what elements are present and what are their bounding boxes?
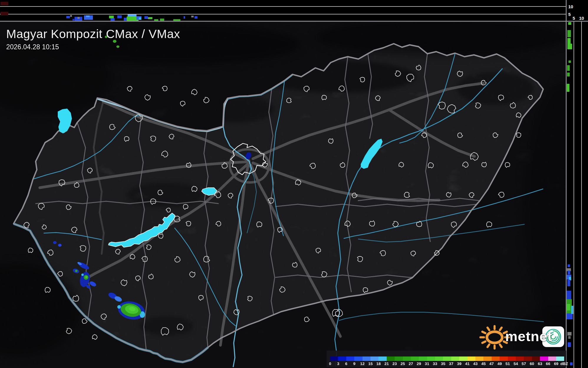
legend-chip: 23 [395, 356, 403, 361]
legend-value: 45 [481, 362, 486, 366]
legend-value: 63 [538, 362, 542, 366]
legend-value: 39 [457, 362, 462, 366]
legend-value: 47 [489, 362, 494, 366]
right-profile-echo [567, 280, 570, 286]
dbz-color-scale: 0369121518212325272931333537394143454749… [330, 356, 564, 361]
radar-echo [53, 241, 57, 244]
right-profile-echo [569, 60, 571, 63]
legend-value: 12 [360, 362, 365, 366]
legend-unit: dBZ [560, 362, 568, 366]
right-profile-echo [567, 332, 571, 336]
top-profile-echo [70, 15, 72, 17]
right-profile-axis-label-5: 5 [573, 16, 575, 21]
top-profile-echo [195, 16, 197, 19]
right-profile-echo [567, 304, 570, 310]
top-profile-echo [144, 16, 148, 19]
legend-chip: 35 [443, 356, 451, 361]
legend-value: 3 [337, 362, 340, 366]
right-profile-echo [571, 306, 573, 314]
legend-value: 35 [441, 362, 445, 366]
legend-chip: 27 [411, 356, 419, 361]
radar-composite-page: { "header": { "title": "Magyar Kompozit … [0, 0, 588, 368]
top-profile-echo [1, 2, 8, 5]
top-profile-strip [0, 0, 566, 21]
timestamp: 2026.04.28 10:15 [6, 43, 59, 51]
right-profile-axis-label-10: 10 [579, 16, 584, 21]
legend-value: 60 [530, 362, 534, 366]
legend-chip: 39 [459, 356, 467, 361]
legend-chip: 18 [378, 356, 386, 361]
legend-value: 51 [505, 362, 510, 366]
legend-chip: 41 [467, 356, 475, 361]
legend-value: 9 [353, 362, 355, 366]
legend-value: 57 [522, 362, 526, 366]
legend-chip: 21 [387, 356, 395, 361]
right-profile-echo [567, 30, 571, 37]
top-profile-echo [117, 15, 122, 18]
legend-value: 15 [368, 362, 373, 366]
top-profile-echo [78, 17, 80, 19]
legend-chip: 31 [427, 356, 435, 361]
legend-value: 31 [425, 362, 429, 366]
legend-chip: 6 [346, 356, 354, 361]
legend-chip: 25 [403, 356, 411, 361]
right-profile-echo [568, 336, 571, 339]
legend-value: 37 [449, 362, 453, 366]
legend-chip: 37 [451, 356, 459, 361]
legend-chip: 69 [556, 356, 564, 361]
legend-value: 69 [554, 362, 558, 366]
legend-chip: 0 [330, 356, 338, 361]
legend-value: 54 [513, 362, 518, 366]
right-profile-echo [570, 362, 573, 365]
legend-chip: 15 [370, 356, 378, 361]
legend-chip: 12 [363, 356, 370, 361]
right-profile-echo [567, 44, 572, 49]
radar-echo [58, 244, 62, 247]
top-profile-echo [149, 17, 152, 19]
right-profile-strip [566, 0, 588, 368]
legend-value: 18 [376, 362, 381, 366]
top-profile-echo [128, 14, 136, 17]
right-profile-echo [567, 38, 571, 44]
top-profile-echo [109, 16, 114, 18]
right-profile-echo [567, 84, 569, 92]
legend-value: 23 [393, 362, 397, 366]
legend-chip: 33 [435, 356, 443, 361]
legend-value: 49 [498, 362, 502, 366]
top-profile-echo [86, 15, 90, 17]
right-profile-echo [568, 271, 570, 274]
legend-value: 27 [409, 362, 413, 366]
legend-value: 33 [433, 362, 437, 366]
legend-chip: 51 [508, 356, 516, 361]
dbz-legend: 0369121518212325272931333537394143454749… [327, 351, 566, 367]
top-profile-echo [139, 17, 141, 20]
right-profile-echo [568, 342, 571, 347]
legend-value: 6 [345, 362, 347, 366]
legend-value: 21 [384, 362, 389, 366]
legend-chip: 63 [540, 356, 548, 361]
legend-chip: 57 [524, 356, 532, 361]
page-title: Magyar Kompozit CMax / VMax [6, 27, 180, 41]
legend-chip: 45 [483, 356, 491, 361]
legend-value: 66 [546, 362, 550, 366]
metnet-logo: metnet [481, 323, 566, 348]
legend-chip: 54 [516, 356, 524, 361]
top-profile-axis-label-10: 10 [568, 4, 573, 9]
legend-chip: 49 [500, 356, 508, 361]
top-profile-echo [160, 19, 164, 21]
right-profile-echo [566, 291, 571, 300]
radar-echo [81, 274, 84, 276]
legend-chip: 47 [492, 356, 500, 361]
right-profile-echo [567, 65, 570, 71]
radar-map: 10 5 5 10 [0, 0, 588, 368]
radar-echo [117, 305, 121, 309]
top-profile-echo [184, 16, 185, 19]
legend-value: 25 [401, 362, 405, 366]
legend-value: 41 [465, 362, 470, 366]
top-profile-echo [191, 16, 194, 17]
legend-value: 43 [473, 362, 478, 366]
metnet-wordmark: metnet [505, 328, 552, 344]
legend-chip: 43 [475, 356, 483, 361]
legend-chip: 66 [548, 356, 556, 361]
legend-chip: 3 [338, 356, 346, 361]
